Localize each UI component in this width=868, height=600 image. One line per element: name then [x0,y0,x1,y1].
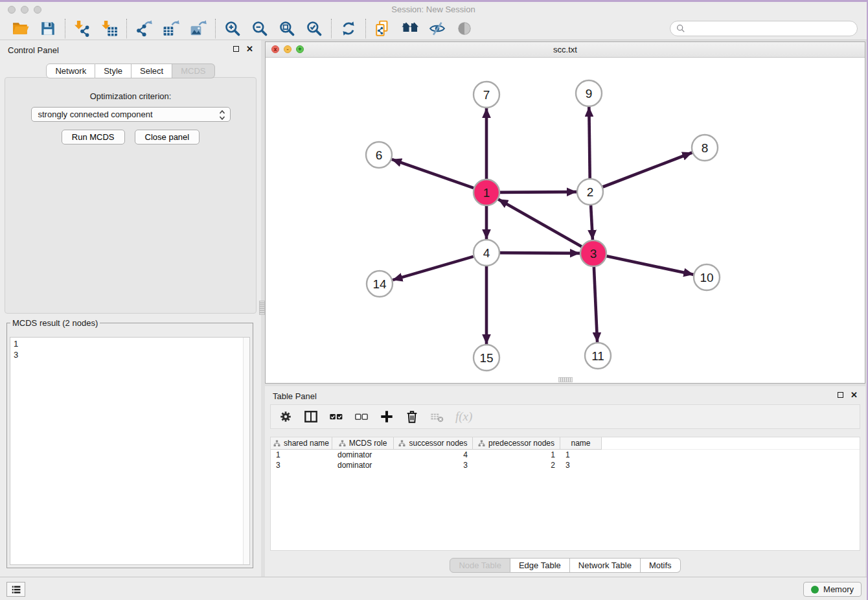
run-mcds-button[interactable]: Run MCDS [62,130,125,144]
edge-3-11[interactable] [594,267,597,342]
cell-predecessor-nodes[interactable]: 2 [473,460,560,470]
graph-node-7[interactable]: 7 [474,82,499,108]
cell-predecessor-nodes[interactable]: 1 [473,450,560,460]
graph-node-8[interactable]: 8 [692,135,718,161]
memory-label: Memory [823,584,854,594]
table-row-1[interactable]: 1dominator411 [271,450,860,460]
import-network-icon[interactable] [74,20,91,37]
tab-select[interactable]: Select [131,63,172,78]
minimize-window-button[interactable] [21,6,29,14]
cell-MCDS-role[interactable]: dominator [332,460,394,470]
column-header-name[interactable]: name [560,437,602,450]
edge-1-6[interactable] [392,159,474,188]
cell-name[interactable]: 1 [560,450,602,460]
result-scrollbar[interactable] [243,338,249,564]
cell-successor-nodes[interactable]: 4 [394,450,473,460]
tab-style[interactable]: Style [95,63,131,78]
tab-network[interactable]: Network [46,63,95,78]
memory-button[interactable]: Memory [803,582,862,597]
tab-mcds[interactable]: MCDS [172,63,214,78]
close-window-button[interactable] [8,6,16,14]
zoom-window-button[interactable] [34,6,41,14]
graph-node-15[interactable]: 15 [474,345,499,371]
open-session-icon[interactable] [12,20,29,37]
column-header-MCDS-role[interactable]: MCDS role [332,437,394,450]
export-table-icon[interactable] [163,20,179,37]
edge-3-10[interactable] [607,256,694,274]
tab-network-table[interactable]: Network Table [570,558,641,573]
graph-node-11[interactable]: 11 [585,343,611,369]
zoom-fit-icon[interactable] [279,20,295,37]
column-header-shared-name[interactable]: shared name [271,437,332,450]
cell-shared-name[interactable]: 1 [271,450,332,460]
zoom-in-icon[interactable] [224,20,241,37]
optimization-criterion-label: Optimization criterion: [5,91,256,101]
canvas-splitter-grip[interactable] [558,377,573,382]
cell-successor-nodes[interactable]: 3 [394,460,473,470]
edge-3-1[interactable] [498,199,582,246]
cell-MCDS-role[interactable]: dominator [332,450,394,460]
graph-node-4[interactable]: 4 [474,240,499,266]
graph-node-14[interactable]: 14 [367,271,393,297]
graph-node-9[interactable]: 9 [576,80,602,106]
toolbar-icon-groups [4,19,481,38]
edge-4-14[interactable] [393,257,474,280]
tab-edge-table[interactable]: Edge Table [510,558,570,573]
tab-node-table[interactable]: Node Table [450,558,510,573]
tab-motifs[interactable]: Motifs [641,558,681,573]
homes-icon[interactable] [402,20,418,37]
graph-node-2[interactable]: 2 [577,179,603,205]
cell-shared-name[interactable]: 3 [271,460,332,470]
export-network-icon[interactable] [135,20,152,37]
graph-node-1[interactable]: 1 [474,179,499,205]
close-table-panel-icon[interactable]: ✕ [851,392,858,398]
split-panel-icon[interactable] [304,410,318,424]
search-input[interactable] [689,23,851,34]
zoom-selected-icon[interactable] [306,20,323,37]
mcds-result-text[interactable]: 1 3 [10,337,250,565]
clone-network-icon[interactable] [374,20,391,37]
delete-table-icon [430,410,444,424]
close-panel-button[interactable]: Close panel [135,130,200,144]
close-view-button[interactable]: x [271,45,279,53]
float-table-panel-icon[interactable] [838,392,843,398]
add-entry-icon[interactable] [380,410,394,424]
export-image-icon[interactable] [190,20,207,37]
table-row-2[interactable]: 3dominator323 [271,460,860,470]
import-table-icon[interactable] [101,20,118,37]
float-panel-icon[interactable] [233,46,239,52]
apply-layout-icon[interactable] [340,20,357,37]
edge-1-2[interactable] [500,192,577,192]
delete-entry-icon[interactable] [405,410,419,424]
hide-visual-icon[interactable] [429,20,446,37]
dropdown-stepper-icon [219,110,225,121]
network-canvas[interactable]: 1234678910111415 [266,57,865,383]
list-icon [10,584,22,595]
graph-node-6[interactable]: 6 [366,142,392,168]
cell-name[interactable]: 3 [560,460,602,470]
minimize-view-button[interactable]: - [284,45,291,53]
desktop-edge-top [0,0,868,2]
edge-4-3[interactable] [500,253,580,253]
close-panel-icon[interactable]: ✕ [246,46,253,52]
unselect-all-check-icon[interactable] [354,410,369,424]
column-header-successor-nodes[interactable]: successor nodes [394,437,473,450]
zoom-view-button[interactable]: + [296,45,304,53]
window-titlebar: Session: New Session [0,2,867,17]
edge-2-9[interactable] [589,107,589,178]
status-list-button[interactable] [6,582,25,597]
mcds-panel: Optimization criterion: strongly connect… [5,77,257,314]
edge-2-8[interactable] [603,153,692,187]
graph-node-10[interactable]: 10 [694,264,720,290]
select-all-check-icon[interactable] [329,410,343,424]
optimization-criterion-dropdown[interactable]: strongly connected component [31,107,231,122]
column-header-predecessor-nodes[interactable]: predecessor nodes [473,437,560,450]
graph-node-3[interactable]: 3 [580,240,606,266]
save-session-icon[interactable] [40,20,56,37]
network-window-titlebar[interactable]: x-+ scc.txt [266,42,865,58]
edge-2-3[interactable] [591,205,593,240]
zoom-out-icon[interactable] [251,20,268,37]
search-box[interactable] [670,21,858,36]
panel-splitter-grip[interactable] [259,301,265,315]
table-settings-icon[interactable] [279,410,293,424]
